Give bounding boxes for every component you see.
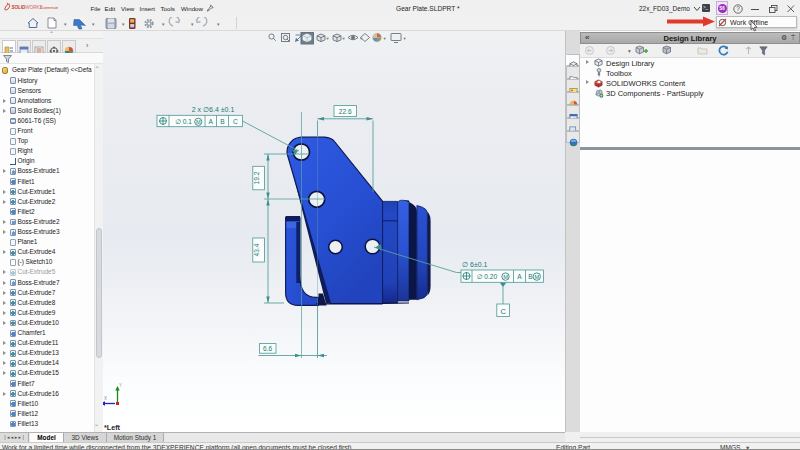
svg-text:C: C <box>233 118 238 125</box>
svg-text:∅ 0.1: ∅ 0.1 <box>175 118 192 125</box>
svg-text:43.4: 43.4 <box>253 243 260 256</box>
svg-text:Connected: Connected <box>40 5 58 10</box>
svg-text:22.6: 22.6 <box>339 108 352 115</box>
svg-text:▾: ▾ <box>343 36 346 41</box>
svg-text:Y: Y <box>119 383 122 388</box>
svg-text:X: X <box>104 396 107 401</box>
svg-text:M: M <box>196 119 201 125</box>
svg-text:M: M <box>503 274 508 280</box>
svg-text:*Left: *Left <box>104 423 121 432</box>
svg-text:SOLIDWORKS: SOLIDWORKS <box>12 5 43 10</box>
svg-text:▾: ▾ <box>404 36 407 41</box>
svg-text:A: A <box>208 118 213 125</box>
svg-text:C: C <box>500 307 506 316</box>
svg-text:A: A <box>517 273 522 280</box>
svg-text:?: ? <box>736 5 740 12</box>
svg-text:2 x ∅6.4 ±0.1: 2 x ∅6.4 ±0.1 <box>192 106 235 113</box>
svg-text:B: B <box>528 273 533 280</box>
svg-text:M: M <box>534 274 539 280</box>
svg-text:▾: ▾ <box>384 36 387 41</box>
svg-text:B: B <box>220 118 225 125</box>
svg-text:6.6: 6.6 <box>263 345 272 352</box>
svg-text:∅ 0.20: ∅ 0.20 <box>477 273 498 280</box>
svg-text:∅ 6±0.1: ∅ 6±0.1 <box>462 261 488 268</box>
svg-text:▾: ▾ <box>327 36 330 41</box>
svg-text:19.2: 19.2 <box>253 171 260 184</box>
